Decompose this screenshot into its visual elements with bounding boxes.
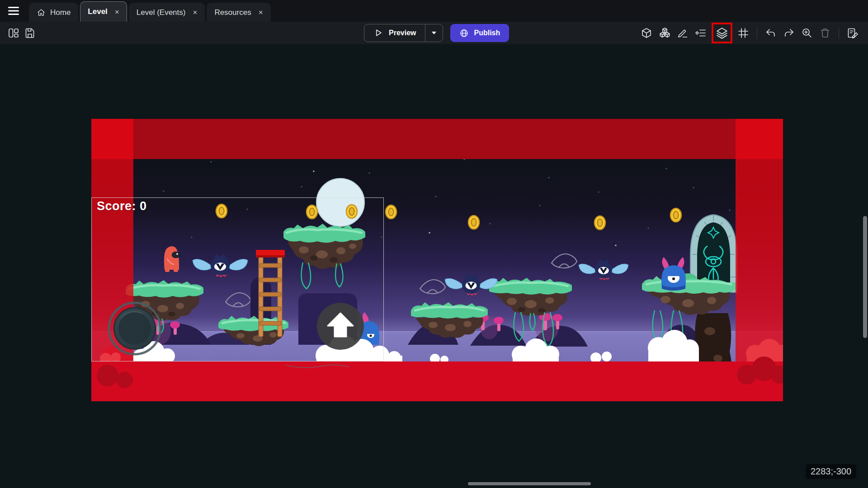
grid-button[interactable]: [735, 25, 751, 41]
coin[interactable]: [468, 216, 479, 229]
delete-icon: [819, 27, 831, 39]
tab-bar: Home Level × Level (Events) × Resources …: [0, 0, 868, 22]
play-icon: [373, 28, 383, 38]
close-tab-button[interactable]: ×: [256, 9, 263, 16]
preview-label: Preview: [389, 29, 416, 37]
coin[interactable]: [386, 205, 396, 219]
coin[interactable]: [670, 208, 681, 222]
undo-icon: [765, 27, 777, 39]
tab-resources[interactable]: Resources ×: [207, 3, 270, 22]
chevron-down-icon: [431, 31, 437, 35]
vertical-scrollbar[interactable]: [863, 216, 867, 338]
jump-button[interactable]: [317, 303, 364, 350]
hamburger-icon: [8, 6, 19, 16]
toolbar-separator: [839, 27, 839, 39]
scene-editor-stage[interactable]: Score: 0 2283;-300: [0, 44, 868, 488]
highlight-box: [712, 23, 732, 43]
scene-properties-icon: [847, 27, 859, 39]
project-manager-icon: [8, 27, 19, 39]
score-text[interactable]: Score: 0: [97, 199, 147, 213]
grid-icon: [737, 27, 749, 39]
globe-icon: [459, 28, 469, 38]
tab-level-events[interactable]: Level (Events) ×: [129, 3, 205, 22]
menu-button[interactable]: [4, 0, 24, 22]
layers-button[interactable]: [714, 25, 730, 41]
redo-icon: [783, 27, 795, 39]
tab-home[interactable]: Home: [29, 3, 78, 22]
editor-toolbar: Preview Publish: [0, 22, 868, 44]
zoom-in-button[interactable]: [799, 25, 815, 41]
publish-button[interactable]: Publish: [450, 24, 509, 42]
moon[interactable]: [316, 178, 364, 226]
objects-button[interactable]: [656, 25, 673, 41]
instances-list-icon: [695, 27, 707, 39]
tab-level[interactable]: Level ×: [80, 1, 127, 22]
delete-button[interactable]: [817, 25, 833, 41]
edit-icon: [677, 27, 689, 39]
zoom-in-icon: [801, 27, 813, 39]
cursor-coordinates: 2283;-300: [806, 464, 856, 479]
toolbar-separator: [757, 27, 757, 39]
scene-tools: [638, 23, 863, 43]
preview-button[interactable]: Preview: [364, 24, 425, 42]
3d-box-button[interactable]: [638, 25, 655, 41]
red-zone-bottom[interactable]: [91, 361, 783, 401]
coin[interactable]: [346, 205, 357, 218]
save-icon: [24, 27, 36, 39]
instances-list-button[interactable]: [693, 25, 709, 41]
3d-box-icon: [641, 27, 652, 39]
close-tab-button[interactable]: ×: [190, 9, 197, 16]
horizontal-scrollbar[interactable]: [468, 482, 591, 485]
edit-button[interactable]: [675, 25, 691, 41]
red-zone-top[interactable]: [91, 119, 783, 159]
tab-label: Resources: [214, 8, 251, 17]
coin[interactable]: [594, 216, 605, 230]
level-scene: [91, 119, 783, 401]
save-button[interactable]: [22, 25, 38, 41]
undo-button[interactable]: [763, 25, 779, 41]
tab-label: Level (Events): [137, 8, 186, 17]
level-canvas[interactable]: Score: 0: [91, 119, 783, 401]
close-tab-button[interactable]: ×: [112, 8, 119, 16]
preview-split-button: Preview: [364, 24, 443, 42]
virtual-joystick[interactable]: [109, 303, 160, 354]
publish-label: Publish: [474, 29, 500, 37]
redo-button[interactable]: [781, 25, 797, 41]
preview-options-button[interactable]: [425, 24, 443, 42]
run-controls: Preview Publish: [364, 24, 509, 42]
tab-label: Home: [50, 8, 71, 17]
coin[interactable]: [216, 204, 227, 218]
home-icon: [37, 8, 46, 17]
tab-label: Level: [88, 7, 107, 16]
objects-icon: [659, 27, 671, 39]
scene-properties-button[interactable]: [844, 25, 861, 41]
tab-list: Home Level × Level (Events) × Resources …: [29, 1, 273, 22]
red-zone-left[interactable]: [91, 119, 133, 401]
project-manager-button[interactable]: [5, 25, 22, 41]
coin[interactable]: [307, 205, 317, 219]
layers-icon: [716, 27, 728, 39]
